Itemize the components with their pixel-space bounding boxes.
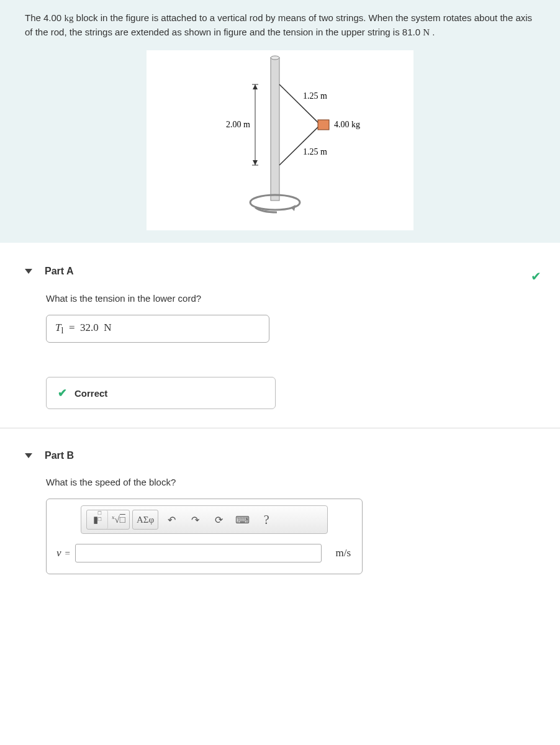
equation-toolbar: ▮□□ x√□ ΑΣφ ↶ ↷ ⟳ ⌨ ? [81, 505, 328, 534]
var-label: v [56, 547, 61, 559]
rod-height-label: 2.00 m [226, 120, 250, 129]
part-a-question: What is the tension in the lower cord? [46, 293, 535, 304]
upper-string-label: 1.25 m [303, 91, 327, 101]
problem-statement: The 4.00 kg block in the figure is attac… [25, 11, 535, 39]
svg-rect-5 [318, 120, 329, 130]
unit-kg: kg [64, 13, 73, 23]
mass-label: 4.00 kg [334, 120, 360, 129]
part-b-title: Part B [45, 450, 74, 461]
eq-sign: = [69, 322, 75, 333]
answer-sub: l [61, 325, 63, 335]
help-button[interactable]: ? [256, 510, 277, 529]
undo-button[interactable]: ↶ [161, 510, 182, 529]
part-a-header[interactable]: Part A [25, 244, 74, 283]
svg-marker-9 [253, 84, 258, 89]
check-icon: ✔ [58, 386, 67, 400]
svg-line-4 [279, 125, 320, 165]
part-a-body: What is the tension in the lower cord? T… [25, 284, 535, 409]
problem-intro: The 4.00 kg block in the figure is attac… [0, 0, 560, 243]
lower-string-label: 1.25 m [303, 147, 327, 156]
part-a-answer: Tl = 32.0 N [46, 315, 269, 343]
radical-icon: x√□ [112, 514, 125, 525]
svg-rect-0 [271, 58, 279, 201]
speed-input[interactable] [75, 544, 322, 562]
text: The 4.00 [25, 12, 64, 23]
check-icon: ✔ [531, 269, 541, 284]
reset-button[interactable]: ⟳ [208, 510, 229, 529]
part-b-header[interactable]: Part B [25, 428, 535, 467]
answer-input-panel: ▮□□ x√□ ΑΣφ ↶ ↷ ⟳ ⌨ ? v = m/s [46, 499, 363, 574]
svg-marker-10 [253, 160, 258, 165]
greek-button[interactable]: ΑΣφ [133, 510, 158, 529]
part-b-question: What is the speed of the block? [46, 477, 535, 487]
templates-button[interactable]: ▮□□ [87, 510, 108, 529]
unit-label: m/s [335, 547, 351, 559]
radical-button[interactable]: x√□ [108, 510, 129, 529]
correct-label: Correct [75, 388, 107, 399]
part-a-title: Part A [45, 266, 74, 277]
frac-icon: □□ [98, 510, 101, 522]
correct-feedback: ✔ Correct [46, 377, 276, 409]
text: block in the figure is attached to a ver… [25, 12, 532, 37]
redo-button[interactable]: ↷ [184, 510, 205, 529]
unit-n: N [423, 27, 430, 37]
svg-point-1 [271, 56, 279, 60]
figure: 2.00 m 1.25 m 1.25 m 4.00 kg [147, 50, 413, 230]
eq-sign: = [65, 548, 70, 559]
svg-line-3 [279, 84, 320, 125]
rect-icon: ▮ [93, 514, 98, 525]
answer-unit: N [104, 322, 111, 333]
keyboard-button[interactable]: ⌨ [232, 510, 253, 529]
part-b-body: What is the speed of the block? ▮□□ x√□ … [25, 467, 535, 574]
answer-value: 32.0 [80, 322, 99, 333]
text: . [430, 27, 435, 37]
caret-down-icon [25, 453, 32, 458]
caret-down-icon [25, 269, 32, 274]
